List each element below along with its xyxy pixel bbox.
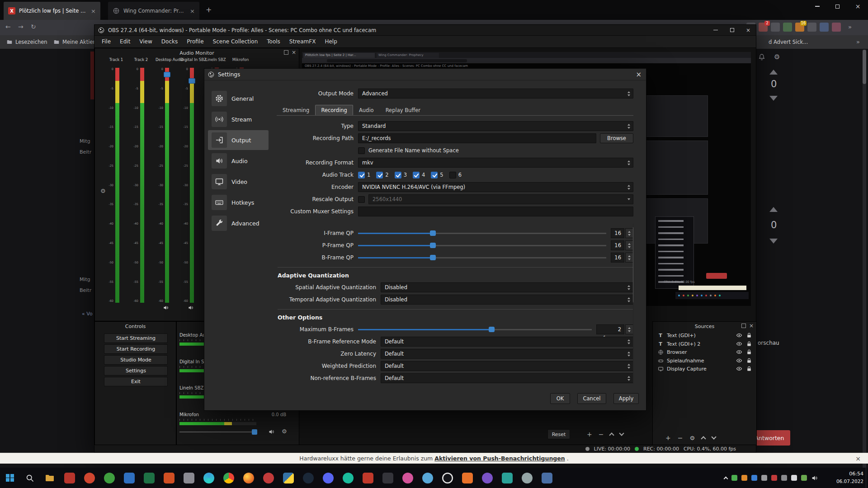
menu-item-file[interactable]: File — [97, 38, 115, 45]
dock-close-icon[interactable]: × — [749, 324, 754, 328]
taskbar-app-icon[interactable] — [418, 468, 438, 488]
extension-icon[interactable]: 2 — [759, 23, 768, 32]
taskbar-app-icon[interactable] — [99, 468, 119, 488]
tray-icon[interactable] — [801, 475, 807, 481]
recording-path-input[interactable] — [358, 133, 596, 143]
visibility-eye-icon[interactable] — [736, 332, 743, 339]
tab-audio[interactable]: Audio — [353, 105, 380, 115]
visibility-eye-icon[interactable] — [736, 366, 743, 372]
source-row[interactable]: Spielaufnahme — [657, 357, 753, 365]
add-source-icon[interactable]: + — [665, 434, 671, 441]
tray-speaker-icon[interactable] — [811, 474, 818, 482]
visibility-eye-icon[interactable] — [736, 349, 743, 356]
slider-handle[interactable] — [489, 327, 495, 332]
dock-float-icon[interactable] — [284, 50, 288, 55]
move-up-icon[interactable] — [609, 432, 614, 437]
taskbar-app-icon[interactable] — [537, 468, 557, 488]
rescale-output-checkbox[interactable] — [358, 196, 365, 203]
audio-track-2[interactable]: 2 — [376, 172, 388, 178]
reload-icon[interactable]: ↻ — [31, 23, 36, 30]
taskbar-clock[interactable]: 06:54 06.07.2022 — [836, 470, 863, 485]
browser-tab-1[interactable]: X Plötzlich low fps | Seite 2 | Hard... … — [4, 2, 100, 20]
tray-icon[interactable] — [791, 475, 797, 481]
menu-item-help[interactable]: Help — [320, 38, 341, 45]
tab-replay-buffer[interactable]: Replay Buffer — [380, 105, 426, 115]
tray-icon[interactable] — [751, 475, 757, 481]
source-row[interactable]: TText (GDI+) — [657, 332, 753, 339]
page-gear-icon[interactable]: ⚙ — [774, 53, 780, 61]
taskbar-app-icon[interactable] — [219, 468, 239, 488]
lock-icon[interactable] — [746, 341, 753, 347]
extension-icon[interactable] — [807, 23, 816, 32]
pframe-qp-value[interactable]: 16 — [611, 240, 624, 250]
settings-sidebar-item-output[interactable]: Output — [208, 130, 269, 150]
lock-icon[interactable] — [746, 366, 753, 372]
menu-item-tools[interactable]: Tools — [262, 38, 285, 45]
custom-muxer-input[interactable] — [358, 206, 633, 216]
speaker-icon[interactable] — [188, 305, 194, 311]
slider-handle[interactable] — [430, 243, 436, 248]
cancel-button[interactable]: Cancel — [577, 393, 606, 404]
generate-filename-checkbox[interactable] — [358, 147, 365, 154]
notification-close-icon[interactable]: × — [855, 455, 861, 462]
spatial-aq-select[interactable]: Disabled — [381, 282, 633, 292]
tray-icon[interactable] — [771, 475, 777, 481]
taskbar-app-icon[interactable] — [517, 468, 537, 488]
bframe-reference-select[interactable]: Default — [381, 337, 633, 347]
tray-icon[interactable] — [741, 475, 747, 481]
max-bframes-slider[interactable] — [358, 324, 592, 334]
obs-close-button[interactable]: × — [741, 25, 756, 35]
vote-up-icon[interactable] — [769, 70, 778, 75]
bookmark-folder-meine-aktien[interactable]: Meine Aktien — [53, 38, 96, 47]
lock-icon[interactable] — [746, 332, 753, 339]
back-icon[interactable]: ← — [5, 23, 11, 30]
new-tab-button[interactable]: + — [206, 5, 212, 14]
menu-item-scene-collection[interactable]: Scene Collection — [208, 38, 263, 45]
tab-streaming[interactable]: Streaming — [277, 105, 315, 115]
obs-minimize-button[interactable] — [708, 25, 723, 35]
bframe-qp-slider[interactable] — [358, 253, 606, 263]
reset-button[interactable]: Reset — [547, 429, 570, 439]
bookmark-item-clipped[interactable]: d Advert Sick... — [769, 38, 808, 47]
preview-button-fragment[interactable]: orschau — [758, 340, 779, 346]
settings-button[interactable]: Settings — [104, 366, 168, 375]
audio-monitor-gear-icon[interactable]: ⚙ — [100, 188, 106, 194]
taskbar-app-icon[interactable] — [179, 468, 199, 488]
taskbar-app-icon[interactable] — [139, 468, 159, 488]
toolbar-overflow-icon[interactable]: » — [848, 23, 852, 30]
audio-track-checkbox[interactable] — [431, 172, 438, 178]
settings-sidebar-item-stream[interactable]: Stream — [208, 109, 269, 129]
ok-button[interactable]: OK — [550, 393, 570, 404]
source-properties-gear-icon[interactable]: ⚙ — [689, 435, 695, 441]
taskbar-app-icon[interactable] — [119, 468, 139, 488]
extension-icon[interactable] — [832, 23, 841, 32]
add-icon[interactable]: + — [587, 431, 592, 438]
taskbar-app-icon[interactable] — [497, 468, 517, 488]
taskbar-app-icon[interactable] — [458, 468, 477, 488]
volume-fader-handle[interactable] — [164, 72, 170, 77]
taskbar-search-button[interactable] — [20, 468, 40, 488]
menu-item-edit[interactable]: Edit — [115, 38, 135, 45]
volume-slider-handle[interactable] — [252, 429, 257, 435]
vote-down-icon[interactable] — [769, 239, 778, 244]
temporal-aq-select[interactable]: Disabled — [381, 295, 633, 305]
bookmark-folder-lesezeichen[interactable]: Lesezeichen — [6, 38, 47, 47]
taskbar-app-icon[interactable] — [318, 468, 338, 488]
remove-icon[interactable]: − — [599, 431, 604, 438]
recording-type-select[interactable]: Standard — [358, 121, 633, 131]
apply-button[interactable]: Apply — [613, 393, 639, 404]
audio-track-checkbox[interactable] — [413, 172, 420, 178]
max-bframes-spinner[interactable] — [625, 324, 633, 334]
browser-minimize-button[interactable] — [807, 0, 827, 13]
browse-button[interactable]: Browse — [600, 133, 633, 143]
taskbar-app-icon[interactable] — [477, 468, 497, 488]
iframe-qp-spinner[interactable] — [625, 228, 633, 238]
mute-speaker-icon[interactable] — [268, 428, 275, 435]
settings-title-bar[interactable]: Settings × — [204, 69, 646, 80]
start-streaming-button[interactable]: Start Streaming — [104, 333, 168, 343]
tray-icon[interactable] — [731, 475, 737, 481]
menu-item-view[interactable]: View — [135, 38, 156, 45]
taskbar-app-icon[interactable] — [80, 468, 99, 488]
settings-scrollbar[interactable] — [633, 223, 633, 385]
iframe-qp-slider[interactable] — [358, 228, 606, 238]
